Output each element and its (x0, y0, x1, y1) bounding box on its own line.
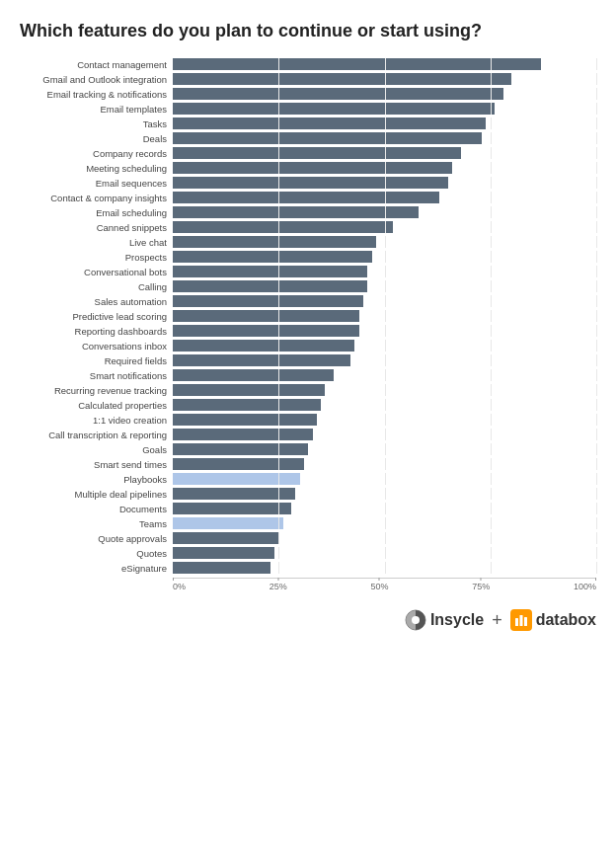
databox-logo: databox (510, 609, 596, 631)
bar-row: Smart send times (20, 458, 596, 470)
bar-fill (173, 384, 325, 396)
bar-row: Multiple deal pipelines (20, 488, 596, 500)
bar-fill (173, 414, 317, 426)
insycle-name: Insycle (430, 611, 484, 629)
bar-fill (173, 369, 334, 381)
bar-fill (173, 562, 270, 574)
bar-label: Reporting dashboards (20, 326, 173, 337)
bar-row: Email templates (20, 103, 596, 115)
bar-row: Meeting scheduling (20, 162, 596, 174)
bar-track (173, 221, 596, 233)
bar-label: Prospects (20, 252, 173, 263)
bar-label: Canned snippets (20, 222, 173, 233)
databox-icon-svg (514, 613, 528, 627)
bar-label: Tasks (20, 118, 173, 129)
bar-fill (173, 547, 274, 559)
bar-fill (173, 354, 350, 366)
bar-track (173, 369, 596, 381)
bar-label: eSignature (20, 563, 173, 574)
bar-label: Required fields (20, 355, 173, 366)
bar-track (173, 280, 596, 292)
bar-track (173, 88, 596, 100)
axis-0: 0% (173, 582, 186, 591)
bar-track (173, 103, 596, 115)
bar-label: Call transcription & reporting (20, 430, 173, 440)
databox-icon (510, 609, 532, 631)
bar-label: Meeting scheduling (20, 163, 173, 174)
bar-track (173, 399, 596, 411)
bar-row: Quote approvals (20, 532, 596, 544)
bar-row: Teams (20, 517, 596, 529)
bar-fill (173, 473, 300, 485)
bar-label: Multiple deal pipelines (20, 489, 173, 500)
bar-track (173, 532, 596, 544)
bar-label: Live chat (20, 237, 173, 248)
bar-label: Email templates (20, 104, 173, 115)
bar-fill (173, 103, 495, 115)
bar-row: Documents (20, 503, 596, 514)
bar-row: Email sequences (20, 177, 596, 189)
bar-fill (173, 177, 448, 189)
bar-label: Conversations inbox (20, 341, 173, 352)
bar-label: Sales automation (20, 296, 173, 307)
svg-rect-2 (515, 618, 518, 626)
svg-rect-4 (524, 617, 527, 626)
bar-fill (173, 132, 482, 144)
bar-label: Contact & company insights (20, 193, 173, 203)
bar-label: Quotes (20, 548, 173, 559)
bar-fill (173, 488, 295, 500)
axis-75: 75% (472, 582, 490, 591)
bar-fill (173, 340, 354, 352)
bar-fill (173, 503, 291, 514)
bar-row: Quotes (20, 547, 596, 559)
svg-point-1 (412, 616, 420, 624)
bar-row: Deals (20, 132, 596, 144)
bar-fill (173, 399, 321, 411)
bar-fill (173, 251, 372, 263)
bar-label: Calculated properties (20, 400, 173, 411)
bar-track (173, 192, 596, 203)
databox-name: databox (536, 611, 596, 629)
logo-area: Insycle + databox (10, 609, 606, 631)
bar-track (173, 58, 596, 70)
bar-fill (173, 458, 304, 470)
bar-track (173, 503, 596, 514)
bar-row: Email scheduling (20, 206, 596, 218)
bar-track (173, 325, 596, 337)
bar-row: Email tracking & notifications (20, 88, 596, 100)
axis-labels: 0% 25% 50% 75% 100% (173, 578, 596, 591)
bar-fill (173, 73, 511, 85)
axis-50: 50% (370, 582, 388, 591)
bar-track (173, 458, 596, 470)
axis-100: 100% (574, 582, 596, 591)
bar-track (173, 354, 596, 366)
bar-track (173, 147, 596, 159)
bar-track (173, 117, 596, 129)
bar-label: 1:1 video creation (20, 415, 173, 426)
bar-label: Playbooks (20, 474, 173, 485)
bar-fill (173, 117, 486, 129)
bar-label: Predictive lead scoring (20, 311, 173, 322)
bar-label: Contact management (20, 59, 173, 70)
bar-track (173, 236, 596, 248)
bar-label: Calling (20, 281, 173, 292)
bar-fill (173, 192, 439, 203)
bar-label: Email tracking & notifications (20, 89, 173, 100)
bar-label: Smart notifications (20, 370, 173, 381)
bar-row: Calling (20, 280, 596, 292)
bar-fill (173, 429, 313, 440)
bar-fill (173, 147, 461, 159)
bar-row: Live chat (20, 236, 596, 248)
bar-row: Contact management (20, 58, 596, 70)
bar-track (173, 488, 596, 500)
bar-row: Predictive lead scoring (20, 310, 596, 322)
bar-track (173, 429, 596, 440)
bar-row: Prospects (20, 251, 596, 263)
bar-track (173, 473, 596, 485)
bar-row: Call transcription & reporting (20, 429, 596, 440)
bar-row: Conversations inbox (20, 340, 596, 352)
bar-label: Conversational bots (20, 267, 173, 277)
bar-row: Reporting dashboards (20, 325, 596, 337)
bar-row: Smart notifications (20, 369, 596, 381)
bar-label: Documents (20, 504, 173, 514)
